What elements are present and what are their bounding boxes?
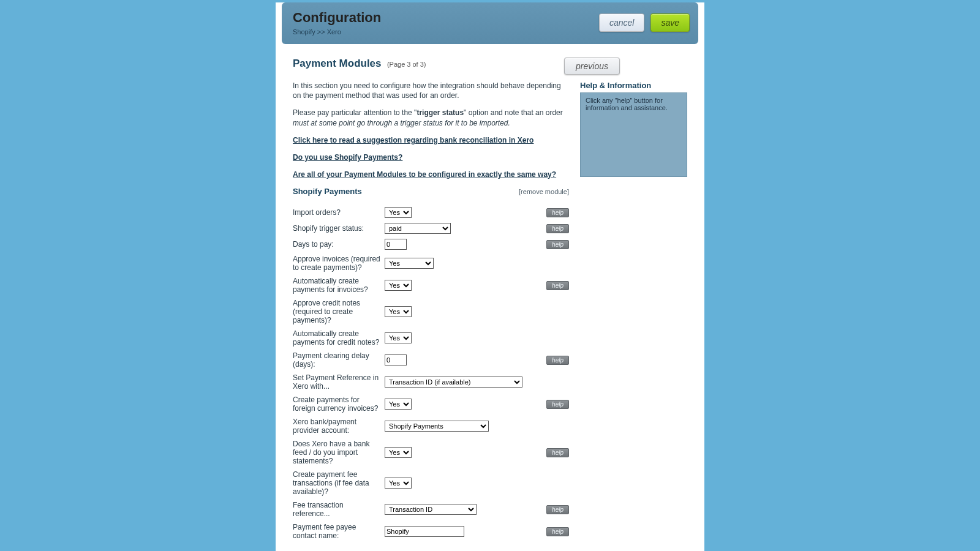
remove-module-link[interactable]: [remove module] bbox=[519, 188, 569, 195]
label-foreign-currency: Create payments for foreign currency inv… bbox=[293, 393, 385, 415]
label-bank-feed: Does Xero have a bank feed / do you impo… bbox=[293, 437, 385, 468]
label-clearing-delay: Payment clearing delay (days): bbox=[293, 349, 385, 371]
section-heading: Payment Modules bbox=[293, 58, 382, 69]
row-approve-credit: Approve credit notes (required to create… bbox=[293, 296, 569, 327]
help-auto-pay-invoices[interactable]: help bbox=[546, 281, 569, 290]
previous-button[interactable]: previous bbox=[564, 58, 620, 75]
link-shopify-payments[interactable]: Do you use Shopify Payments? bbox=[293, 152, 569, 162]
help-fee-reference[interactable]: help bbox=[546, 505, 569, 514]
label-import-orders: Import orders? bbox=[293, 204, 385, 220]
select-auto-pay-invoices[interactable]: Yes bbox=[385, 280, 412, 291]
intro-text: In this section you need to configure ho… bbox=[293, 81, 569, 179]
select-fee-transactions[interactable]: Yes bbox=[385, 478, 412, 489]
label-bank-account: Xero bank/payment provider account: bbox=[293, 415, 385, 437]
label-approve-credit: Approve credit notes (required to create… bbox=[293, 296, 385, 327]
label-auto-pay-credit: Automatically create payments for credit… bbox=[293, 327, 385, 349]
help-days-to-pay[interactable]: help bbox=[546, 240, 569, 249]
row-bank-feed: Does Xero have a bank feed / do you impo… bbox=[293, 437, 569, 468]
cancel-button[interactable]: cancel bbox=[599, 13, 644, 32]
row-foreign-currency: Create payments for foreign currency inv… bbox=[293, 393, 569, 415]
app-panel: Configuration Shopify >> Xero cancel sav… bbox=[276, 2, 704, 551]
select-auto-pay-credit[interactable]: Yes bbox=[385, 332, 412, 343]
select-import-orders[interactable]: Yes bbox=[385, 207, 412, 218]
row-days-to-pay: Days to pay: help bbox=[293, 236, 569, 252]
help-fee-payee[interactable]: help bbox=[546, 527, 569, 536]
row-import-orders: Import orders? Yes help bbox=[293, 204, 569, 220]
link-same-config[interactable]: Are all of your Payment Modules to be co… bbox=[293, 170, 569, 179]
select-approve-credit[interactable]: Yes bbox=[385, 306, 412, 317]
select-payment-reference[interactable]: Transaction ID (if available) bbox=[385, 377, 522, 388]
select-bank-account[interactable]: Shopify Payments bbox=[385, 421, 489, 432]
row-fee-reference: Fee transaction reference... Transaction… bbox=[293, 498, 569, 520]
row-bank-account: Xero bank/payment provider account: Shop… bbox=[293, 415, 569, 437]
intro-p2: Please pay particular attention to the "… bbox=[293, 108, 569, 127]
help-info-title: Help & Information bbox=[580, 81, 687, 90]
input-days-to-pay[interactable] bbox=[385, 239, 407, 250]
help-foreign-currency[interactable]: help bbox=[546, 400, 569, 409]
select-fee-reference[interactable]: Transaction ID bbox=[385, 504, 477, 515]
help-clearing-delay[interactable]: help bbox=[546, 356, 569, 365]
help-info-box: Click any "help" button for information … bbox=[580, 92, 687, 177]
label-trigger-status: Shopify trigger status: bbox=[293, 220, 385, 236]
select-approve-invoices[interactable]: Yes bbox=[385, 258, 434, 269]
label-approve-invoices: Approve invoices (required to create pay… bbox=[293, 252, 385, 274]
row-approve-invoices: Approve invoices (required to create pay… bbox=[293, 252, 569, 274]
link-bank-reconciliation[interactable]: Click here to read a suggestion regardin… bbox=[293, 135, 569, 145]
row-trigger-status: Shopify trigger status: paid help bbox=[293, 220, 569, 236]
help-bank-feed[interactable]: help bbox=[546, 448, 569, 457]
row-payment-reference: Set Payment Reference in Xero with... Tr… bbox=[293, 371, 569, 393]
label-fee-payee: Payment fee payee contact name: bbox=[293, 520, 385, 542]
input-fee-payee[interactable] bbox=[385, 526, 464, 537]
label-fee-transactions: Create payment fee transactions (if fee … bbox=[293, 468, 385, 498]
select-bank-feed[interactable]: Yes bbox=[385, 447, 412, 458]
module-title: Shopify Payments bbox=[293, 187, 362, 196]
label-days-to-pay: Days to pay: bbox=[293, 236, 385, 252]
content-area: Payment Modules (Page 3 of 3) previous I… bbox=[282, 44, 698, 542]
intro-p1: In this section you need to configure ho… bbox=[293, 81, 569, 100]
help-trigger-status[interactable]: help bbox=[546, 224, 569, 233]
label-payment-reference: Set Payment Reference in Xero with... bbox=[293, 371, 385, 393]
input-clearing-delay[interactable] bbox=[385, 354, 407, 365]
label-fee-reference: Fee transaction reference... bbox=[293, 498, 385, 520]
header-bar: Configuration Shopify >> Xero cancel sav… bbox=[282, 2, 698, 44]
header-actions: cancel save bbox=[599, 13, 690, 32]
row-clearing-delay: Payment clearing delay (days): help bbox=[293, 349, 569, 371]
row-fee-transactions: Create payment fee transactions (if fee … bbox=[293, 468, 569, 498]
help-import-orders[interactable]: help bbox=[546, 208, 569, 217]
select-trigger-status[interactable]: paid bbox=[385, 223, 451, 234]
row-auto-pay-invoices: Automatically create payments for invoic… bbox=[293, 274, 569, 296]
select-foreign-currency[interactable]: Yes bbox=[385, 399, 412, 410]
settings-form: Import orders? Yes help Shopify trigger … bbox=[293, 204, 569, 542]
save-button[interactable]: save bbox=[650, 13, 690, 32]
label-auto-pay-invoices: Automatically create payments for invoic… bbox=[293, 274, 385, 296]
row-fee-payee: Payment fee payee contact name: help bbox=[293, 520, 569, 542]
page-indicator: (Page 3 of 3) bbox=[387, 61, 426, 68]
row-auto-pay-credit: Automatically create payments for credit… bbox=[293, 327, 569, 349]
